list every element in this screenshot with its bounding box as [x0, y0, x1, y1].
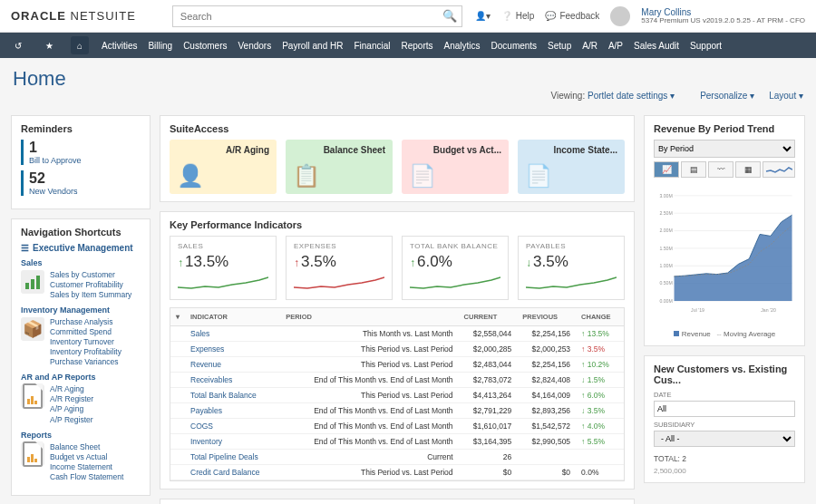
shortcut-link[interactable]: A/P Register [50, 415, 93, 425]
kpi-row[interactable]: RevenueThis Period vs. Last Period$2,483… [170, 357, 624, 373]
date-field[interactable] [654, 401, 795, 417]
shortcut-link[interactable]: Purchase Analysis [50, 317, 121, 327]
nav-sales-audit[interactable]: Sales Audit [634, 41, 679, 51]
nav-billing[interactable]: Billing [148, 41, 172, 51]
newcust-footnum: 2,500,000 [654, 467, 795, 475]
kpi-row[interactable]: SalesThis Month vs. Last Month$2,558,044… [170, 326, 624, 342]
newcust-title: New Customers vs. Existing Cus... [654, 363, 795, 385]
search-icon[interactable]: 🔍 [442, 9, 457, 23]
revenue-chart: 0.00M0.50M1.00M1.50M2.00M2.50M3.00MJul '… [654, 181, 795, 326]
nav-vendors[interactable]: Vendors [238, 41, 272, 51]
kpi-row[interactable]: COGSEnd of This Month vs. End of Last Mo… [170, 419, 624, 434]
nav-shortcuts-card: Navigation Shortcuts ☰Executive Manageme… [11, 218, 151, 496]
kpi-col-header[interactable]: PERIOD [280, 308, 458, 326]
svg-rect-0 [25, 283, 29, 289]
home-icon[interactable]: ⌂ [71, 36, 89, 54]
chart-type-line[interactable]: 〰 [708, 161, 733, 178]
svg-rect-1 [31, 279, 34, 289]
suite-card-balance-sheet[interactable]: Balance Sheet📋 [286, 140, 393, 194]
kpi-tile-payables[interactable]: PAYABLES↓3.5% [518, 236, 625, 300]
user-info[interactable]: Mary Collins 5374 Premium US v2019.2.0 5… [641, 7, 805, 25]
subsidiary-label: SUBSIDIARY [654, 421, 795, 429]
chart-type-table[interactable]: ▦ [735, 161, 761, 178]
kpi-col-header[interactable]: CURRENT [459, 308, 518, 326]
subsidiary-select[interactable]: - All - [654, 431, 795, 447]
shortcut-link[interactable]: Sales by Item Summary [50, 290, 131, 300]
nav-documents[interactable]: Documents [491, 41, 538, 51]
star-icon[interactable]: ★ [40, 36, 58, 54]
kpi-col-header[interactable]: CHANGE [576, 308, 624, 326]
chart-type-bar[interactable]: ▤ [681, 161, 706, 178]
shortcut-link[interactable]: Budget vs Actual [50, 452, 123, 462]
shortcut-link[interactable]: A/R Register [50, 394, 93, 404]
main-nav: ↺ ★ ⌂ ActivitiesBillingCustomersVendorsP… [0, 33, 816, 58]
suite-card-income-state-[interactable]: Income State...📄 [518, 140, 625, 194]
viewing-label: Viewing: Portlet date settings [551, 91, 675, 101]
reminder-item[interactable]: 1Bill to Approve [21, 140, 141, 165]
kpi-row[interactable]: InventoryEnd of This Month vs. End of La… [170, 434, 624, 450]
kpi-row[interactable]: PayablesEnd of This Month vs. End of Las… [170, 403, 624, 419]
shortcut-link[interactable]: Inventory Turnover [50, 337, 121, 347]
shortcut-link[interactable]: Income Statement [50, 462, 123, 472]
nav-a-r[interactable]: A/R [582, 41, 597, 51]
search-input[interactable] [172, 5, 462, 27]
kpi-card: Key Performance Indicators SALES↑13.5%EX… [160, 211, 635, 489]
kpi-row[interactable]: ExpensesThis Period vs. Last Period$2,00… [170, 342, 624, 357]
nav-financial[interactable]: Financial [354, 41, 390, 51]
personalize-dropdown[interactable]: Personalize [700, 91, 754, 101]
reminders-title: Reminders [21, 123, 141, 134]
chart-type-area[interactable]: 📈 [654, 161, 679, 178]
chart-mini-preview[interactable] [763, 161, 795, 178]
kpi-tile-expenses[interactable]: EXPENSES↑3.5% [286, 236, 393, 300]
nav-setup[interactable]: Setup [548, 41, 571, 51]
suite-card-budget-vs-act-[interactable]: Budget vs Act...📄 [402, 140, 509, 194]
nav-support[interactable]: Support [690, 41, 722, 51]
suite-card-a-r-aging[interactable]: A/R Aging👤 [170, 140, 277, 194]
box-icon: 📦 [21, 317, 44, 341]
shortcut-link[interactable]: Balance Sheet [50, 442, 123, 452]
revenue-period-select[interactable]: By Period [654, 140, 795, 158]
role-dropdown[interactable]: 👤▾ [475, 11, 491, 21]
shortcut-link[interactable]: Inventory Profitability [50, 347, 121, 357]
kpi-col-header[interactable]: PREVIOUS [517, 308, 576, 326]
date-label: DATE [654, 391, 795, 399]
shortcut-link[interactable]: Sales by Customer [50, 270, 131, 280]
svg-text:0.50M: 0.50M [659, 280, 672, 286]
shortcut-link[interactable]: A/R Aging [50, 384, 93, 394]
shortcut-link[interactable]: Committed Spend [50, 327, 121, 337]
shortcut-link[interactable]: Cash Flow Statement [50, 472, 123, 482]
history-icon[interactable]: ↺ [9, 36, 27, 54]
viewing-dropdown[interactable]: Portlet date settings [588, 91, 675, 101]
shortcut-link[interactable]: Purchase Variances [50, 357, 121, 367]
kpi-tile-total-bank-balance[interactable]: TOTAL BANK BALANCE↑6.0% [402, 236, 509, 300]
kpi-row[interactable]: Total Pipeline DealsCurrent26 [170, 450, 624, 465]
exec-management-toggle[interactable]: ☰Executive Management [21, 243, 141, 253]
reminder-item[interactable]: 52New Vendors [21, 170, 141, 196]
kpi-row[interactable]: Total Bank BalanceThis Period vs. Last P… [170, 388, 624, 403]
avatar[interactable] [610, 6, 630, 26]
kpi-title: Key Performance Indicators [170, 219, 625, 230]
layout-dropdown[interactable]: Layout [769, 91, 803, 101]
svg-rect-2 [36, 276, 40, 289]
kpi-row[interactable]: Credit Card BalanceThis Period vs. Last … [170, 465, 624, 480]
kpi-tile-sales[interactable]: SALES↑13.5% [170, 236, 277, 300]
nav-activities[interactable]: Activities [102, 41, 137, 51]
nav-a-p[interactable]: A/P [608, 41, 623, 51]
svg-text:1.50M: 1.50M [659, 246, 672, 251]
feedback-link[interactable]: 💬Feedback [545, 11, 599, 21]
nav-reports[interactable]: Reports [402, 41, 433, 51]
svg-text:2.50M: 2.50M [659, 210, 672, 216]
suiteaccess-card: SuiteAccess A/R Aging👤Balance Sheet📋Budg… [160, 115, 635, 202]
nav-payroll-and-hr[interactable]: Payroll and HR [282, 41, 343, 51]
help-link[interactable]: ❔Help [501, 11, 535, 21]
suiteaccess-title: SuiteAccess [170, 123, 625, 134]
svg-text:Jan '20: Jan '20 [761, 307, 776, 313]
shortcut-link[interactable]: Customer Profitability [50, 280, 131, 290]
nav-customers[interactable]: Customers [183, 41, 227, 51]
kpi-col-header[interactable]: INDICATOR [185, 308, 280, 326]
reminders-card: Reminders 1Bill to Approve52New Vendors [11, 115, 151, 209]
total-label: TOTAL: 2 [654, 454, 795, 463]
shortcut-link[interactable]: A/P Aging [50, 404, 93, 414]
nav-analytics[interactable]: Analytics [444, 41, 481, 51]
kpi-row[interactable]: ReceivablesEnd of This Month vs. End of … [170, 373, 624, 388]
